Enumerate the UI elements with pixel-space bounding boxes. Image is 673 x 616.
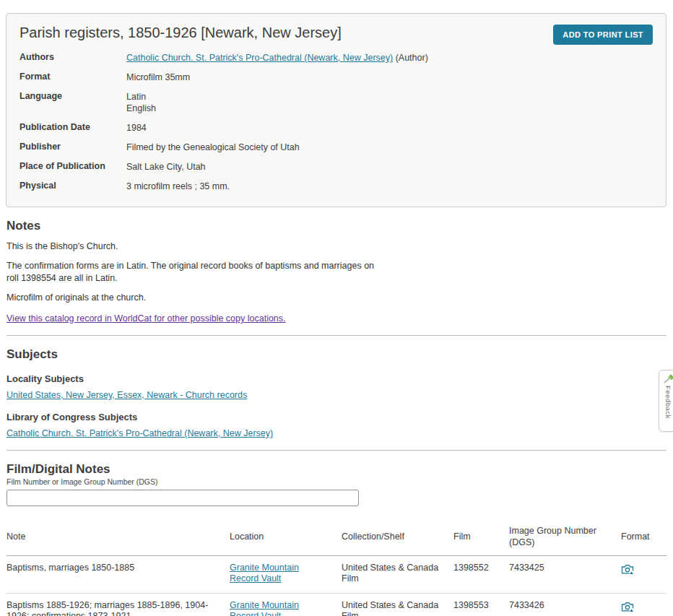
- feedback-tree-icon: [663, 374, 673, 383]
- feedback-label: Feedback: [664, 386, 672, 419]
- note-paragraph-3: Microfilm of originals at the church.: [6, 292, 375, 304]
- authors-label: Authors: [19, 52, 126, 64]
- publication-date-value: 1984: [126, 122, 147, 134]
- format-label: Format: [19, 71, 126, 83]
- loc-subjects-heading: Library of Congress Subjects: [6, 412, 667, 422]
- column-header: Film: [453, 518, 509, 556]
- column-header: Format: [621, 518, 667, 556]
- language-value-2: English: [126, 103, 156, 114]
- film-number-input[interactable]: [6, 490, 359, 506]
- row-dgs: 7433426: [509, 594, 621, 616]
- section-divider-2: [6, 450, 667, 451]
- camera-key-icon[interactable]: [621, 563, 634, 575]
- field-row-publisher: Publisher Filmed by the Genealogical Soc…: [19, 138, 653, 157]
- row-location-link[interactable]: Granite Mountain Record Vault: [230, 600, 299, 616]
- field-row-place-of-publication: Place of Publication Salt Lake City, Uta…: [19, 157, 653, 177]
- table-row: Baptisms 1885-1926; marriages 1885-1896,…: [6, 594, 667, 616]
- worldcat-link[interactable]: View this catalog record in WorldCat for…: [6, 313, 286, 324]
- notes-heading: Notes: [6, 219, 673, 233]
- row-note: Baptisms 1885-1926; marriages 1885-1896,…: [6, 594, 230, 616]
- film-number-input-label: Film Number or Image Group Number (DGS): [6, 477, 673, 486]
- field-row-language: Language Latin English: [19, 87, 653, 118]
- page-title: Parish registers, 1850-1926 [Newark, New…: [19, 25, 342, 41]
- feedback-tab[interactable]: Feedback: [659, 370, 673, 432]
- format-value: Microfilm 35mm: [126, 71, 190, 83]
- loc-subject-link[interactable]: Catholic Church. St. Patrick's Pro-Cathe…: [6, 428, 273, 438]
- add-to-print-list-button[interactable]: ADD TO PRINT LIST: [553, 25, 653, 45]
- row-note: Baptisms, marriages 1850-1885: [6, 556, 230, 594]
- row-collection: United States & Canada Film: [342, 594, 453, 616]
- language-label: Language: [19, 91, 126, 114]
- field-row-authors: Authors Catholic Church. St. Patrick's P…: [19, 48, 653, 68]
- subjects-heading: Subjects: [6, 347, 673, 362]
- note-paragraph-1: This is the Bishop's Church.: [6, 240, 375, 253]
- locality-subject-link[interactable]: United States, New Jersey, Essex, Newark…: [6, 390, 247, 400]
- place-of-publication-value: Salt Lake City, Utah: [126, 161, 206, 173]
- note-paragraph-2: The confirmation forms are in Latin. The…: [6, 260, 375, 285]
- column-header: Location: [230, 518, 342, 556]
- row-film: 1398553: [453, 594, 509, 616]
- place-of-publication-label: Place of Publication: [19, 161, 126, 173]
- section-divider-1: [6, 335, 667, 336]
- author-link[interactable]: Catholic Church. St. Patrick's Pro-Cathe…: [126, 53, 393, 63]
- publisher-value: Filmed by the Genealogical Society of Ut…: [126, 142, 300, 153]
- table-row: Baptisms, marriages 1850-1885 Granite Mo…: [6, 556, 667, 594]
- column-header: Collection/Shelf: [342, 518, 453, 556]
- film-table-header-row: NoteLocationCollection/ShelfFilmImage Gr…: [6, 518, 667, 556]
- row-dgs: 7433425: [509, 556, 621, 594]
- publication-date-label: Publication Date: [19, 122, 126, 134]
- row-film: 1398552: [453, 556, 509, 594]
- record-summary-card: Parish registers, 1850-1926 [Newark, New…: [6, 13, 667, 207]
- physical-value: 3 microfilm reels ; 35 mm.: [126, 181, 230, 192]
- field-row-physical: Physical 3 microfilm reels ; 35 mm.: [19, 177, 653, 196]
- camera-key-icon[interactable]: [621, 600, 634, 612]
- film-notes-table: NoteLocationCollection/ShelfFilmImage Gr…: [6, 518, 667, 616]
- row-location-link[interactable]: Granite Mountain Record Vault: [230, 563, 299, 584]
- column-header: Note: [6, 518, 230, 556]
- film-notes-heading: Film/Digital Notes: [6, 462, 673, 477]
- physical-label: Physical: [19, 181, 126, 192]
- column-header: Image Group Number (DGS): [509, 518, 621, 556]
- field-row-publication-date: Publication Date 1984: [19, 118, 653, 138]
- locality-subjects-heading: Locality Subjects: [6, 373, 667, 384]
- language-value-1: Latin: [126, 91, 156, 103]
- row-collection: United States & Canada Film: [342, 556, 453, 594]
- film-table-body: Baptisms, marriages 1850-1885 Granite Mo…: [6, 556, 667, 616]
- publisher-label: Publisher: [19, 142, 126, 153]
- field-row-format: Format Microfilm 35mm: [19, 68, 653, 87]
- author-suffix: (Author): [393, 53, 428, 63]
